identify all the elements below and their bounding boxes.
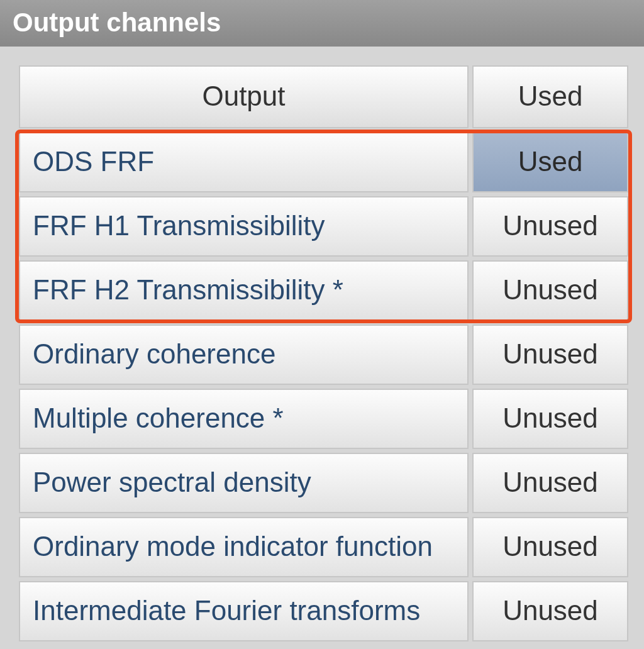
used-toggle[interactable]: Unused [472,581,628,641]
output-cell[interactable]: FRF H2 Transmissibility * [19,260,469,321]
column-header-used[interactable]: Used [472,65,628,128]
output-cell[interactable]: Intermediate Fourier transforms [19,581,469,641]
used-toggle[interactable]: Unused [472,453,628,513]
output-channels-panel: Output channels Output Used ODS FRFUsedF… [0,0,644,649]
used-toggle[interactable]: Used [472,132,628,192]
used-toggle[interactable]: Unused [472,389,628,449]
table-container: Output Used ODS FRFUsedFRF H1 Transmissi… [0,47,644,648]
output-channels-table: Output Used ODS FRFUsedFRF H1 Transmissi… [19,65,628,641]
used-toggle[interactable]: Unused [472,260,628,321]
used-toggle[interactable]: Unused [472,517,628,577]
used-toggle[interactable]: Unused [472,196,628,257]
output-cell[interactable]: ODS FRF [19,132,469,192]
output-cell[interactable]: Ordinary mode indicator function [19,517,469,577]
panel-title: Output channels [0,0,644,47]
used-toggle[interactable]: Unused [472,324,628,385]
output-cell[interactable]: FRF H1 Transmissibility [19,196,469,257]
column-header-output[interactable]: Output [19,65,469,128]
output-cell[interactable]: Ordinary coherence [19,324,469,385]
output-cell[interactable]: Multiple coherence * [19,389,469,449]
output-cell[interactable]: Power spectral density [19,453,469,513]
